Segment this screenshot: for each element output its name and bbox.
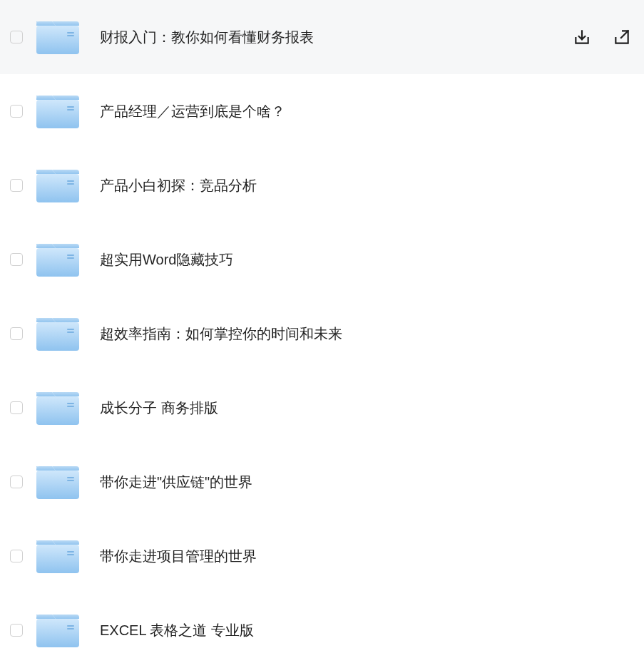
file-row[interactable]: 产品经理／运营到底是个啥？ [0,74,644,148]
svg-rect-22 [67,480,74,481]
folder-icon [34,537,81,575]
svg-rect-12 [67,255,74,256]
folder-icon [34,18,81,56]
svg-rect-28 [67,628,74,629]
select-checkbox[interactable] [10,253,23,266]
file-row[interactable]: 产品小白初探：竞品分析 [0,148,644,222]
select-checkbox[interactable] [10,179,23,192]
svg-rect-0 [36,26,79,54]
file-name[interactable]: 超效率指南：如何掌控你的时间和未来 [100,324,637,344]
svg-rect-18 [67,403,74,404]
svg-line-4 [621,31,628,38]
svg-rect-8 [36,174,79,202]
svg-rect-2 [67,35,74,36]
select-checkbox[interactable] [10,31,23,43]
svg-rect-25 [67,554,74,555]
file-name[interactable]: 带你走进"供应链"的世界 [100,473,637,492]
svg-rect-24 [67,551,74,552]
svg-rect-13 [67,257,74,259]
svg-rect-6 [67,106,74,108]
file-actions [573,28,631,46]
select-checkbox[interactable] [10,550,23,562]
file-row[interactable]: 成长分子 商务排版 [0,371,644,445]
folder-icon [34,92,81,130]
folder-icon [34,463,81,501]
svg-rect-19 [67,406,74,407]
file-row[interactable]: 超效率指南：如何掌控你的时间和未来 [0,297,644,371]
select-checkbox[interactable] [10,476,23,488]
svg-rect-17 [36,396,79,425]
file-name[interactable]: 产品小白初探：竞品分析 [100,176,637,195]
file-name[interactable]: 财报入门：教你如何看懂财务报表 [100,28,573,47]
svg-rect-23 [36,545,79,573]
svg-rect-14 [36,322,79,351]
select-checkbox[interactable] [10,105,23,118]
file-name[interactable]: 带你走进项目管理的世界 [100,547,637,566]
file-row[interactable]: EXCEL 表格之道 专业版 [0,593,644,663]
svg-rect-7 [67,109,74,110]
share-icon[interactable] [613,28,631,46]
file-row[interactable]: 带你走进项目管理的世界 [0,519,644,593]
download-icon[interactable] [573,28,591,46]
svg-rect-5 [36,100,79,128]
select-checkbox[interactable] [10,624,23,637]
svg-rect-9 [67,180,74,182]
svg-rect-15 [67,329,74,330]
svg-rect-11 [36,248,79,277]
file-row[interactable]: 超实用Word隐藏技巧 [0,222,644,297]
svg-rect-20 [36,471,79,499]
folder-icon [34,240,81,279]
svg-rect-27 [67,625,74,627]
file-name[interactable]: 超实用Word隐藏技巧 [100,250,637,269]
file-name[interactable]: EXCEL 表格之道 专业版 [100,621,637,640]
file-name[interactable]: 产品经理／运营到底是个啥？ [100,102,637,121]
svg-rect-16 [67,332,74,333]
select-checkbox[interactable] [10,327,23,340]
svg-rect-1 [67,32,74,34]
file-row[interactable]: 财报入门：教你如何看懂财务报表 [0,0,644,74]
folder-icon [34,314,81,353]
file-name[interactable]: 成长分子 商务排版 [100,399,637,418]
file-row[interactable]: 带你走进"供应链"的世界 [0,445,644,519]
folder-icon [34,389,81,427]
select-checkbox[interactable] [10,401,23,414]
svg-rect-21 [67,477,74,478]
file-list: 财报入门：教你如何看懂财务报表 产品经理／运营到底是个啥？ [0,0,644,663]
svg-rect-10 [67,183,74,185]
svg-rect-26 [36,619,79,647]
folder-icon [34,611,81,649]
folder-icon [34,166,81,205]
